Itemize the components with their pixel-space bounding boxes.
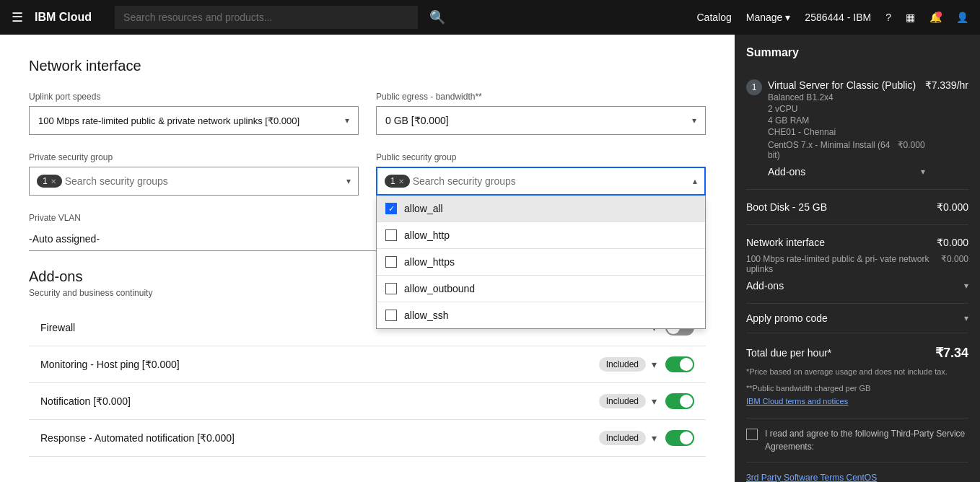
summary-sidebar: Summary 1 Virtual Server for Classic (Pu… [735, 35, 980, 482]
help-icon[interactable]: ? [885, 12, 891, 23]
network-section: Network interface ₹0.000 100 Mbps rate-l… [746, 225, 968, 304]
item-number: 1 [746, 79, 762, 95]
promo-chevron-icon: ▾ [964, 313, 968, 323]
monitoring-toggle[interactable] [665, 356, 694, 372]
bandwidth-group: Public egress - bandwidth** 0 GB [₹0.000… [376, 92, 706, 135]
cost-estimator-icon[interactable]: ▦ [906, 12, 915, 23]
network-addons-row[interactable]: Add-ons ▾ [746, 277, 968, 294]
boot-disk-label: Boot Disk - 25 GB [746, 201, 827, 213]
public-sg-label: Public security group [376, 152, 706, 162]
notification-badge [936, 12, 942, 17]
private-sg-input[interactable]: 1 ✕ Search security groups ▾ [29, 167, 359, 196]
account-selector[interactable]: 2586444 - IBM [805, 12, 871, 23]
addons-collapse-icon: ▾ [921, 167, 925, 177]
third-party-link[interactable]: 3rd Party Software Terms CentOS [746, 473, 877, 482]
bandwidth-value: 0 GB [₹0.000] [385, 115, 692, 126]
manage-menu[interactable]: Manage ▾ [746, 12, 791, 23]
agree-checkbox[interactable] [746, 429, 758, 440]
dropdown-item-allow-http[interactable]: allow_http [377, 222, 705, 249]
monitoring-included-badge: Included [599, 357, 646, 372]
network-price: ₹0.000 [937, 237, 968, 248]
private-tag-close-icon[interactable]: ✕ [51, 178, 56, 185]
public-sg-tag: 1 ✕ [385, 175, 410, 188]
monitoring-label: Monitoring - Host ping [₹0.000] [40, 359, 599, 370]
centos-row: CentOS 7.x - Minimal Install (64 bit) ₹0… [768, 137, 925, 163]
private-sg-tag: 1 ✕ [37, 175, 62, 188]
monitoring-chevron-icon[interactable]: ▾ [652, 359, 657, 370]
monitoring-toggle-knob [680, 358, 693, 371]
centos-price: ₹0.000 [898, 140, 925, 160]
notification-addon-row: Notification [₹0.000] Included ▾ [29, 383, 706, 420]
bandwidth-select[interactable]: 0 GB [₹0.000] ▾ [376, 106, 706, 135]
notification-chevron-icon[interactable]: ▾ [652, 395, 657, 407]
uplink-group: Uplink port speeds 100 Mbps rate-limited… [29, 92, 359, 135]
private-sg-placeholder: Search security groups [65, 175, 344, 187]
checkbox-allow-http[interactable] [385, 229, 397, 241]
boot-disk-price: ₹0.000 [937, 201, 968, 213]
uplink-select[interactable]: 100 Mbps rate-limited public & private n… [29, 106, 359, 135]
private-sg-label: Private security group [29, 152, 359, 162]
manage-chevron-icon: ▾ [785, 12, 790, 23]
network-sub-label: 100 Mbps rate-limited public & pri- vate… [746, 254, 941, 274]
bandwidth-label: Public egress - bandwidth** [376, 92, 706, 102]
bandwidth-chevron-icon: ▾ [692, 115, 696, 126]
hamburger-menu-icon[interactable]: ☰ [12, 9, 23, 25]
item-detail-4: CHE01 - Chennai [768, 127, 925, 137]
response-toggle[interactable] [665, 430, 694, 446]
public-sg-chevron-icon: ▴ [693, 176, 697, 186]
virtual-server-item: 1 Virtual Server for Classic (Public) Ba… [746, 71, 968, 190]
checkbox-allow-all[interactable] [385, 203, 397, 214]
catalog-link[interactable]: Catalog [697, 12, 732, 23]
monitoring-addon-row: Monitoring - Host ping [₹0.000] Included… [29, 346, 706, 383]
item-name: Virtual Server for Classic (Public) [768, 79, 925, 91]
promo-row[interactable]: Apply promo code ▾ [746, 312, 968, 324]
total-note-1: *Price based on average usage and does n… [746, 367, 968, 377]
item-info: Virtual Server for Classic (Public) Bala… [768, 79, 925, 180]
boot-disk-row: Boot Disk - 25 GB ₹0.000 [746, 198, 968, 216]
notification-included-badge: Included [599, 394, 646, 408]
notification-label: Notification [₹0.000] [40, 395, 599, 407]
dropdown-item-allow-ssh[interactable]: allow_ssh [377, 302, 705, 328]
checkbox-allow-https[interactable] [385, 256, 397, 268]
network-addons-icon: ▾ [964, 281, 968, 291]
global-search-input[interactable] [115, 6, 418, 29]
public-tag-close-icon[interactable]: ✕ [398, 178, 404, 185]
agree-section: I read and agree to the following Third-… [746, 419, 968, 463]
public-tag-number: 1 [390, 176, 395, 186]
user-avatar-icon[interactable]: 👤 [956, 12, 968, 23]
checkbox-allow-outbound[interactable] [385, 283, 397, 294]
response-included-badge: Included [599, 431, 646, 445]
checkbox-allow-ssh[interactable] [385, 310, 397, 321]
response-addon-row: Response - Automated notification [₹0.00… [29, 420, 706, 457]
allow-http-label: allow_http [404, 229, 450, 241]
total-note-2: **Public bandwidth charged per GB [746, 383, 968, 394]
dropdown-item-allow-outbound[interactable]: allow_outbound [377, 276, 705, 302]
dropdown-item-allow-all[interactable]: allow_all [377, 196, 705, 222]
uplink-chevron-icon: ▾ [345, 115, 349, 126]
third-party-section: 3rd Party Software Terms CentOS [746, 463, 968, 482]
response-chevron-icon[interactable]: ▾ [652, 432, 657, 444]
addons-collapse-label: Add-ons [768, 166, 805, 178]
notification-toggle[interactable] [665, 393, 694, 409]
allow-all-label: allow_all [404, 203, 443, 214]
total-label: Total due per hour* [746, 347, 831, 359]
summary-title: Summary [746, 46, 968, 59]
centos-label: CentOS 7.x - Minimal Install (64 bit) [768, 140, 898, 160]
section-title: Network interface [29, 58, 706, 74]
notifications-icon[interactable]: 🔔 [929, 12, 942, 23]
public-sg-search-input[interactable] [413, 175, 690, 187]
network-header-row: Network interface ₹0.000 [746, 234, 968, 251]
private-tag-number: 1 [43, 176, 48, 186]
addons-collapse-row[interactable]: Add-ons ▾ [768, 163, 925, 180]
search-icon[interactable]: 🔍 [429, 9, 445, 25]
public-sg-dropdown: allow_all allow_http allow_https allow_o… [376, 196, 706, 329]
top-navigation: ☰ IBM Cloud 🔍 Catalog Manage ▾ 2586444 -… [0, 0, 980, 35]
private-sg-chevron-icon: ▾ [346, 176, 351, 186]
public-sg-input[interactable]: 1 ✕ ▴ [376, 167, 706, 196]
ibm-terms-link[interactable]: IBM Cloud terms and notices [746, 397, 848, 406]
boot-disk-section: Boot Disk - 25 GB ₹0.000 [746, 190, 968, 225]
allow-https-label: allow_https [404, 256, 455, 268]
allow-outbound-label: allow_outbound [404, 283, 475, 294]
response-label: Response - Automated notification [₹0.00… [40, 432, 599, 444]
dropdown-item-allow-https[interactable]: allow_https [377, 249, 705, 276]
